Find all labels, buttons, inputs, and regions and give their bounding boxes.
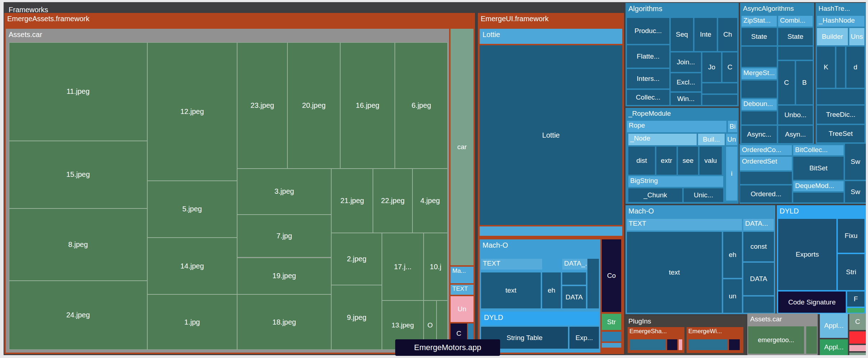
tile-see[interactable]: see (678, 147, 698, 175)
tile-unlabeled-async4[interactable] (778, 47, 813, 60)
tile-unlabeled-green-col[interactable] (805, 326, 817, 354)
tile-10-jpeg[interactable]: 10.j (424, 233, 448, 300)
subheader-rope[interactable]: Rope (627, 121, 726, 132)
tile-excl[interactable]: Excl... (671, 73, 701, 91)
section-plugins[interactable]: PlugIns EmergeSha... EmergeWi... (625, 316, 746, 355)
tile-19-jpeg[interactable]: 19.jpeg (237, 258, 332, 295)
tile-data-mid[interactable]: DATA (562, 286, 586, 308)
subheader-deboun[interactable]: Deboun... (742, 99, 777, 110)
module-hashtree[interactable]: HashTre... _HashNode Builder Uns K d Tre… (816, 3, 866, 144)
section-assets-car-bottom[interactable]: Assets.car emergetoo... (747, 313, 818, 355)
tile-b-async[interactable]: B (796, 61, 813, 104)
tile-buil[interactable]: Buil... (698, 134, 725, 145)
tile-un-node[interactable]: Un (726, 134, 737, 145)
dyld-mid-header[interactable]: DYLD (481, 312, 599, 325)
tile-extr[interactable]: extr (656, 147, 677, 175)
lottie-header[interactable]: Lottie (480, 29, 622, 44)
tile-14-jpeg[interactable]: 14.jpeg (147, 238, 237, 294)
tile-data-right[interactable]: DATA (743, 263, 774, 295)
tile-builder[interactable]: Builder (817, 28, 848, 45)
subheader-text-right[interactable]: TEXT (627, 219, 742, 230)
tile-18-jpeg[interactable]: 18.jpeg (237, 294, 332, 350)
tile-red-edge[interactable] (849, 331, 866, 344)
tile-exp[interactable]: Exp... (569, 327, 599, 349)
tile-treeset[interactable]: TreeSet (817, 125, 864, 142)
tile-seq[interactable]: Seq (671, 18, 693, 51)
tile-emergewi-sub2[interactable] (729, 339, 740, 350)
tile-dequemod[interactable]: DequeMod... (793, 181, 844, 191)
tile-un-mini[interactable]: Un (451, 296, 474, 322)
tile-valu[interactable]: valu (700, 147, 722, 175)
tile-emergesha[interactable]: EmergeSha... (628, 327, 684, 353)
tile-c-async[interactable]: C (778, 61, 795, 104)
tile-24-jpeg[interactable]: 24.jpeg (9, 281, 147, 350)
tile-sw-2[interactable]: Sw (845, 181, 866, 202)
tile-stri[interactable]: Stri (838, 254, 864, 290)
tile-appl-2[interactable]: Appl... (820, 339, 848, 355)
tile-eh-mid[interactable]: eh (542, 272, 561, 308)
tile-12-jpeg[interactable]: 12.jpeg (147, 42, 237, 181)
tile-unlabeled-ord2[interactable] (793, 193, 844, 202)
subheader-bitcollec[interactable]: BitCollec... (793, 145, 844, 155)
tile-unlabeled-vertical[interactable] (587, 259, 599, 308)
subheader-mergest[interactable]: MergeSt... (742, 68, 777, 79)
tile-emergetoo[interactable]: emergetoo... (748, 326, 804, 354)
tile-orderedset[interactable]: OrderedSet (740, 157, 792, 170)
tile-emergewi[interactable]: EmergeWi... (687, 327, 743, 353)
tile-const[interactable]: const (743, 232, 774, 261)
tile-emergesha-sub2[interactable] (667, 339, 677, 350)
tile-state-2[interactable]: State (778, 28, 813, 45)
tile-bitset[interactable]: BitSet (793, 157, 844, 180)
tile-5-jpeg[interactable]: 5.jpeg (147, 181, 237, 238)
tile-9-jpeg[interactable]: 9.jpeg (331, 285, 382, 350)
tile-unlabeled-alg1[interactable] (702, 83, 737, 93)
tile-23-jpeg[interactable]: 23.jpeg (237, 42, 287, 169)
tile-co[interactable]: Co (602, 239, 621, 312)
tile-unlabeled-alg2[interactable] (702, 95, 737, 105)
tile-pink-edge[interactable] (849, 345, 866, 351)
tile-7-jpg[interactable]: 7.jpg (237, 215, 332, 258)
tile-f[interactable]: F (847, 292, 864, 307)
subheader-text-mid[interactable]: TEXT (481, 259, 542, 270)
tile-state-1[interactable]: State (742, 28, 777, 45)
tile-unlabeled-co1[interactable] (602, 332, 621, 341)
module-dyld-right[interactable]: DYLD Exports Fixu Stri Code Signature F (777, 205, 866, 314)
tile-d[interactable]: d (846, 47, 864, 88)
tile-un-right[interactable]: un (723, 279, 742, 313)
tile-emergewi-sub1[interactable] (689, 339, 728, 350)
tile-unlabeled-data1[interactable] (562, 272, 586, 285)
tile-unlabeled-ord1[interactable] (740, 172, 792, 184)
tile-1-jpg[interactable]: 1.jpg (147, 294, 237, 350)
tile-text-mini[interactable]: TEXT (451, 285, 474, 295)
tile-unlabeled-strip[interactable] (480, 226, 622, 236)
tile-text-right[interactable]: text (627, 232, 722, 313)
tile-bi[interactable]: Bi (728, 121, 737, 132)
tile-fixu[interactable]: Fixu (838, 219, 864, 253)
module-asyncalgorithms[interactable]: AsyncAlgorithms ZipStat... State MergeSt… (740, 3, 814, 144)
tile-11-jpeg[interactable]: 11.jpeg (9, 42, 147, 141)
module-collections[interactable]: OrderedCo... OrderedSet Ordered... BitCo… (739, 144, 866, 204)
tile-flatte[interactable]: Flatte... (627, 45, 669, 68)
subheader-zipstat[interactable]: ZipStat... (742, 16, 777, 27)
tile-unlabeled-co2[interactable] (602, 343, 621, 348)
tile-15-jpeg[interactable]: 15.jpeg (9, 141, 147, 208)
tile-treedic[interactable]: TreeDic... (817, 106, 864, 124)
tile-unic[interactable]: Unic... (684, 188, 723, 202)
tile-sw-1[interactable]: Sw (845, 144, 866, 180)
section-macho-mid[interactable]: Mach-O TEXT text eh DATA_... DATA DYLD S… (480, 239, 600, 353)
tile-lottie[interactable]: Lottie (480, 45, 622, 225)
tile-unlabeled-machor[interactable] (743, 297, 774, 313)
subheader-orderedco[interactable]: OrderedCo... (740, 145, 792, 155)
tile-unlabeled-async2[interactable] (742, 81, 777, 98)
subheader-combi[interactable]: Combi... (778, 16, 813, 27)
tile-ordered[interactable]: Ordered... (740, 185, 792, 202)
tile-ch[interactable]: Ch (718, 18, 737, 51)
tile-asyn[interactable]: Asyn... (778, 126, 813, 143)
tile-text-mid[interactable]: text (481, 272, 541, 308)
tile-21-jpeg[interactable]: 21.jpeg (331, 169, 373, 233)
tile-exports[interactable]: Exports (778, 219, 836, 290)
tile-collec[interactable]: Collec... (627, 90, 669, 105)
tile-async[interactable]: Async... (742, 126, 777, 143)
tile-produc[interactable]: Produc... (627, 18, 669, 44)
tile-unlabeled-green-sliver[interactable] (847, 308, 864, 313)
